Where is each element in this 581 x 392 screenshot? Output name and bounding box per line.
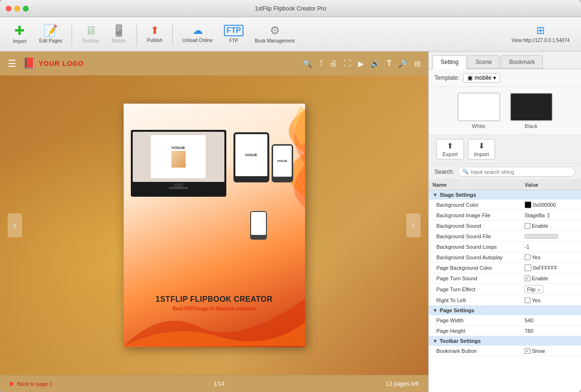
bg-sound-autoplay-label: Background Sound Autoplay (436, 254, 525, 260)
text-icon[interactable]: T (387, 59, 391, 68)
prev-arrow-icon: ‹ (13, 220, 17, 231)
toolbar-ftp[interactable]: FTP FTP (220, 23, 247, 45)
header-name: Name (433, 182, 525, 188)
share-icon[interactable]: ⤴ (319, 59, 323, 68)
grid-icon[interactable]: ⊞ (414, 59, 421, 68)
phone-1: VOGUE (272, 144, 293, 182)
toolbar-book-management[interactable]: ⚙ Book Management (251, 23, 299, 45)
bg-color-text: 0x000000 (533, 202, 556, 208)
close-button[interactable] (6, 6, 11, 11)
thumb-white-label: White (472, 123, 485, 129)
template-select[interactable]: ▣ mobile ▾ (463, 73, 500, 83)
edit-pages-label: Edit Pages (39, 38, 62, 43)
view-icon: ⊞ (536, 25, 545, 36)
bg-sound-autoplay-value[interactable]: Yes (525, 254, 577, 260)
window-title: 1stFlip Flipbook Creator Pro (255, 5, 326, 12)
row-bg-sound-file: Background Sound File (429, 231, 581, 242)
toolbar-unload-online[interactable]: ☁ Unload Online (179, 23, 216, 45)
page-turn-effect-select[interactable]: Flip ⌄ (525, 285, 543, 293)
logo-book-icon: 📕 (23, 57, 36, 70)
bookmark-button-checkbox[interactable]: ✓ (525, 348, 530, 354)
fullscreen-icon[interactable]: ⛶ (344, 59, 351, 68)
app-window: 1stFlip Flipbook Creator Pro ✚ Import 📝 … (0, 0, 581, 392)
page-turn-sound-label: Page Turn Sound (436, 275, 525, 281)
page-turn-sound-value[interactable]: ✓ Enable (525, 275, 577, 281)
template-thumbnails: White Black (429, 87, 581, 135)
next-arrow-icon: › (412, 220, 415, 231)
search-tb-icon[interactable]: 🔎 (398, 59, 408, 68)
page-width-value[interactable]: 540 (525, 318, 577, 323)
toolbar-sep-3 (172, 23, 173, 46)
tab-bookmark[interactable]: Bookmark (501, 55, 543, 69)
page-turn-sound-checkbox[interactable]: ✓ (525, 275, 530, 281)
prev-page-button[interactable]: ‹ (8, 213, 22, 237)
row-page-height: Page Height 780 (429, 326, 581, 336)
next-page-button[interactable]: › (406, 213, 421, 237)
bg-sound-label: Background Sound (436, 223, 525, 229)
toolbar-edit-pages[interactable]: 📝 Edit Pages (35, 23, 66, 45)
section-stage-settings[interactable]: ▼ Stage Settings (429, 190, 581, 200)
import-button[interactable]: ⬇ Import (468, 139, 495, 159)
import-label: Import (474, 151, 489, 157)
section-page-settings[interactable]: ▼ Page Settings (429, 306, 581, 315)
page-height-value[interactable]: 780 (525, 328, 577, 334)
page-title-area: 1STFLIP FLIPBOOK CREATOR Best PDF/image … (124, 295, 305, 311)
page-turn-effect-value[interactable]: Flip ⌄ (525, 285, 577, 293)
tab-setting[interactable]: Setting (433, 55, 466, 69)
print-icon[interactable]: 🖨 (329, 59, 337, 68)
page-bg-color-value[interactable]: 0xFFFFFF (525, 265, 577, 271)
back-to-page-link[interactable]: Back to page 1 (17, 381, 52, 387)
row-right-to-left: Right To Left Yes (429, 295, 581, 306)
volume-icon[interactable]: 🔊 (370, 59, 380, 68)
bookmark-button-label: Bookmark Button (436, 348, 525, 354)
bg-sound-value[interactable]: Enable (525, 223, 577, 229)
section-toolbar-settings[interactable]: ▼ Toolbar Settings (429, 336, 581, 346)
bg-sound-loops-value[interactable]: -1 (525, 244, 577, 250)
page-bg-color-text: 0xFFFFFF (533, 265, 558, 271)
hamburger-icon[interactable]: ☰ (8, 58, 16, 69)
import-label: Import (13, 39, 26, 44)
bg-sound-autoplay-text: Yes (532, 254, 540, 260)
right-to-left-value[interactable]: Yes (525, 297, 577, 303)
page-turn-effect-dropdown-icon: ⌄ (537, 286, 541, 292)
row-bg-color: Background Color 0x000000 (429, 200, 581, 210)
toolbar-sep-1 (72, 23, 72, 46)
bg-image-text: StageBa (525, 212, 545, 218)
maximize-button[interactable] (23, 6, 29, 11)
thumb-white-item[interactable]: White (457, 93, 500, 129)
template-dropdown-icon: ▾ (493, 74, 496, 81)
bookmark-button-value[interactable]: ✓ Show (525, 348, 577, 354)
publish-icon: ⬆ (150, 25, 159, 36)
import-icon: ✚ (14, 24, 25, 37)
thumb-white (457, 93, 500, 121)
bg-sound-checkbox[interactable] (525, 223, 530, 229)
toolbar-publish[interactable]: ⬆ Publish (143, 23, 167, 45)
pages-left-indicator: 13 pages left (386, 381, 419, 387)
table-header: Name Value (429, 180, 581, 190)
desktop-icon: 🖥 (85, 25, 96, 36)
toolbar-import[interactable]: ✚ Import (8, 22, 32, 46)
minimize-button[interactable] (14, 6, 20, 11)
unload-online-label: Unload Online (182, 38, 212, 43)
thumb-black-item[interactable]: Black (510, 93, 553, 129)
page-bg-color-label: Page Background Color (436, 265, 525, 271)
logo-area: 📕 YOUR LOGO (23, 57, 84, 70)
row-bg-sound-autoplay: Background Sound Autoplay Yes (429, 252, 581, 263)
bg-image-value[interactable]: StageBa ▐ (525, 212, 577, 218)
bg-image-label: Background Image File (436, 212, 525, 218)
tab-scene[interactable]: Scene (467, 55, 500, 69)
monitor: VOGUE (131, 130, 226, 197)
bookmark-button-text: Show (532, 348, 545, 354)
export-button[interactable]: ⬆ Export (436, 139, 464, 159)
page-height-label: Page Height (436, 328, 525, 334)
section-page-label: Page Settings (440, 307, 475, 313)
right-to-left-checkbox[interactable] (525, 297, 530, 303)
mobile-icon: 📱 (112, 25, 126, 36)
bg-sound-autoplay-checkbox[interactable] (525, 254, 530, 260)
bg-color-value[interactable]: 0x000000 (525, 201, 577, 208)
play-icon[interactable]: ▶ (358, 59, 364, 68)
toolbar-view[interactable]: ⊞ View http://127.0.0.1:54074 (507, 23, 573, 45)
zoom-icon[interactable]: 🔍 (303, 59, 312, 68)
search-input[interactable] (471, 169, 571, 175)
thumb-black (510, 93, 553, 121)
